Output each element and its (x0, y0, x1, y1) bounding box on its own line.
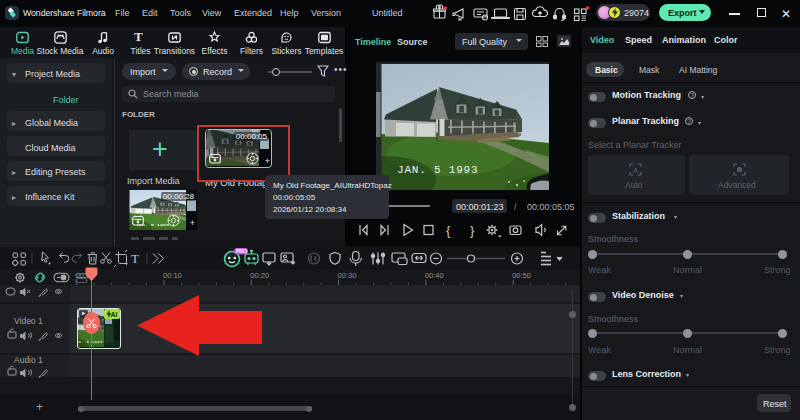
svg-text:00:50: 00:50 (512, 271, 531, 280)
svg-text:00:30: 00:30 (338, 271, 357, 280)
svg-text:PRO: PRO (236, 248, 247, 254)
svg-text:00:20: 00:20 (250, 271, 269, 280)
svg-text:}: } (470, 223, 475, 238)
svg-text:{: { (446, 223, 451, 238)
svg-text:00:10: 00:10 (163, 271, 182, 280)
svg-text:00:40: 00:40 (425, 271, 444, 280)
svg-text:A: A (633, 166, 638, 175)
svg-text:T: T (131, 251, 139, 266)
